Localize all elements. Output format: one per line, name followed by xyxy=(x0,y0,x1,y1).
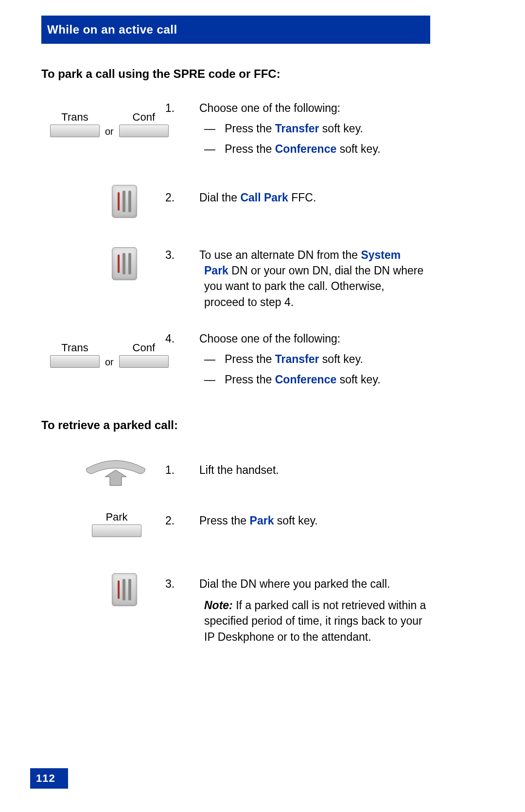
note-label: Note: xyxy=(204,599,233,612)
step-1-dash-2: — xyxy=(204,143,215,155)
dialpad-icon xyxy=(112,573,137,606)
softkey-trans: Trans xyxy=(49,111,101,137)
r1-text: Lift the handset. xyxy=(199,464,279,476)
softkey-trans-button-icon xyxy=(50,355,100,368)
step-4: 4.Choose one of the following: — Press t… xyxy=(185,331,428,388)
softkey-park-button-icon xyxy=(92,524,141,537)
softkey-park-label: Park xyxy=(105,511,127,523)
softkey-pair-1: Trans or Conf xyxy=(49,111,170,137)
softkey-park: Park xyxy=(90,511,143,537)
softkey-conf: Conf xyxy=(118,342,170,368)
step-2: 2.Dial the Call Park FFC. xyxy=(185,190,428,205)
keyword-conference: Conference xyxy=(275,143,337,155)
softkey-park-block: Park xyxy=(90,511,143,537)
softkey-trans-label: Trans xyxy=(61,111,88,124)
note-body: If a parked call is not retrieved within… xyxy=(204,599,426,643)
softkey-conf: Conf xyxy=(118,111,170,137)
softkey-conf-button-icon xyxy=(119,125,169,137)
section-title-1: To park a call using the SPRE code or FF… xyxy=(41,67,280,81)
page-number: 112 xyxy=(30,768,68,789)
softkey-trans-button-icon xyxy=(50,125,100,137)
keyword-park: Park xyxy=(250,514,274,527)
softkey-conf-label: Conf xyxy=(133,111,155,124)
or-label: or xyxy=(105,126,114,137)
step-3-number: 3. xyxy=(185,247,199,263)
step-1-lead: Choose one of the following: xyxy=(199,102,340,114)
page-number-value: 112 xyxy=(36,772,55,785)
retrieve-step-1: 1.Lift the handset. xyxy=(185,462,428,478)
lift-handset-icon xyxy=(82,456,150,490)
r3-line1: Dial the DN where you parked the call. xyxy=(199,577,390,590)
step-2-number: 2. xyxy=(185,190,199,205)
keyword-conference: Conference xyxy=(275,373,337,386)
document-page: While on an active call To park a call u… xyxy=(0,0,525,812)
softkey-pair-2: Trans or Conf xyxy=(49,342,170,368)
softkey-conf-label: Conf xyxy=(133,342,155,354)
r1-number: 1. xyxy=(185,462,199,478)
softkey-conf-button-icon xyxy=(119,355,169,368)
dialpad-icon xyxy=(112,247,137,280)
softkey-trans: Trans xyxy=(49,342,101,368)
section-title-2: To retrieve a parked call: xyxy=(41,418,178,432)
step-1-dash-1: — xyxy=(204,122,215,135)
r3-note: Note: If a parked call is not retrieved … xyxy=(185,597,428,645)
step-1-number: 1. xyxy=(185,100,199,116)
keyword-transfer: Transfer xyxy=(275,353,319,365)
step-4-lead: Choose one of the following: xyxy=(199,332,340,345)
or-label: or xyxy=(105,357,114,368)
retrieve-step-3: 3.Dial the DN where you parked the call.… xyxy=(185,576,428,645)
step-3: 3.To use an alternate DN from the System… xyxy=(185,247,428,310)
r2-number: 2. xyxy=(185,513,199,528)
dialpad-icon xyxy=(112,185,137,218)
retrieve-step-2: 2.Press the Park soft key. xyxy=(185,513,428,528)
running-header-text: While on an active call xyxy=(47,23,177,36)
step-4-number: 4. xyxy=(185,331,199,346)
keyword-call-park: Call Park xyxy=(240,191,288,204)
step-1: 1.Choose one of the following: — Press t… xyxy=(185,100,428,157)
softkey-trans-label: Trans xyxy=(61,342,88,354)
running-header: While on an active call xyxy=(41,16,430,44)
keyword-transfer: Transfer xyxy=(275,122,319,135)
r3-number: 3. xyxy=(185,576,199,592)
